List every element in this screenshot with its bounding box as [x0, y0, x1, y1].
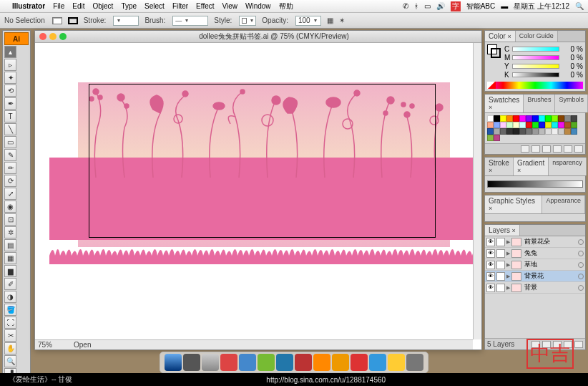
scale-tool[interactable]: ⤢	[4, 188, 16, 200]
swatch[interactable]	[494, 128, 500, 135]
swatch[interactable]	[558, 128, 564, 135]
swatch[interactable]	[571, 122, 577, 128]
swatch[interactable]	[564, 128, 571, 135]
lasso-tool[interactable]: ⟲	[4, 85, 16, 97]
menu-select[interactable]: Select	[144, 2, 165, 10]
hand-tool[interactable]: ✋	[4, 342, 16, 354]
swatch[interactable]	[500, 128, 506, 135]
layer-row[interactable]: 👁▶背景	[485, 282, 585, 294]
canvas[interactable]	[35, 43, 473, 339]
graph-tool[interactable]: ▤	[4, 239, 16, 251]
visibility-icon[interactable]: 👁	[486, 249, 495, 258]
swatch[interactable]	[564, 115, 571, 122]
swatch[interactable]	[539, 128, 545, 135]
lock-icon[interactable]	[496, 284, 505, 292]
swatch[interactable]	[519, 115, 526, 122]
ime-text-icon[interactable]: 字	[451, 1, 461, 11]
zoom-window-button[interactable]	[59, 33, 67, 40]
dock-app-7[interactable]	[351, 354, 368, 371]
dock-illustrator[interactable]	[313, 354, 330, 371]
swatch[interactable]	[526, 122, 532, 128]
dock-photoshop[interactable]	[276, 354, 293, 371]
vertical-scrollbar[interactable]	[473, 43, 481, 339]
visibility-icon[interactable]: 👁	[486, 261, 495, 269]
tab-symbols[interactable]: Symbols	[555, 95, 588, 112]
magic-wand-tool[interactable]: ✦	[4, 72, 16, 84]
doc-setup-icon[interactable]: ▦	[327, 16, 333, 24]
swatch[interactable]	[558, 115, 564, 122]
swatch[interactable]	[494, 135, 500, 141]
swatch[interactable]	[552, 128, 558, 135]
warp-tool[interactable]: ◉	[4, 201, 16, 213]
menu-edit[interactable]: Edit	[72, 2, 84, 10]
new-group-icon[interactable]	[553, 145, 562, 153]
swatch[interactable]	[519, 122, 526, 128]
gradient-tool[interactable]: ▆	[4, 265, 16, 277]
type-tool[interactable]: T	[4, 110, 16, 122]
tab-swatches[interactable]: Swatches ×	[485, 95, 524, 112]
tab-brushes[interactable]: Brushes	[524, 95, 555, 112]
swatch[interactable]	[500, 115, 506, 122]
live-paint-tool[interactable]: 🪣	[4, 304, 16, 316]
layer-name[interactable]: 背景花	[523, 271, 577, 281]
symbol-sprayer-tool[interactable]: ✲	[4, 226, 16, 238]
layer-row[interactable]: 👁▶兔兔	[485, 248, 585, 259]
target-icon[interactable]	[578, 274, 584, 279]
free-transform-tool[interactable]: ⊡	[4, 213, 16, 226]
layer-row[interactable]: 👁▶背景花	[485, 271, 585, 282]
target-icon[interactable]	[578, 262, 584, 268]
swatch-grid[interactable]	[487, 115, 583, 141]
menu-object[interactable]: Object	[92, 2, 113, 10]
delete-layer-icon[interactable]	[574, 341, 583, 348]
swatch[interactable]	[526, 115, 532, 122]
dock-app-3[interactable]	[220, 354, 237, 371]
swatch[interactable]	[487, 115, 494, 122]
swatch[interactable]	[558, 122, 564, 128]
bluetooth-icon[interactable]: ᚼ	[414, 2, 418, 10]
lock-icon[interactable]	[496, 272, 505, 281]
dock-app-9[interactable]	[388, 354, 405, 371]
spotlight-icon[interactable]: 🔍	[575, 2, 584, 10]
menu-file[interactable]: File	[53, 2, 64, 10]
layer-name[interactable]: 兔兔	[523, 249, 577, 258]
rotate-tool[interactable]: ⟳	[4, 175, 16, 187]
swatch[interactable]	[487, 128, 494, 135]
dock-app-5[interactable]	[258, 354, 275, 371]
cmyk-slider-C[interactable]	[512, 47, 559, 52]
brush-dropdown[interactable]: —	[172, 16, 208, 26]
phone-icon[interactable]: ✆	[403, 2, 408, 10]
fill-swatch[interactable]	[52, 17, 62, 24]
layer-name[interactable]: 前景花朵	[523, 237, 577, 246]
minimize-window-button[interactable]	[49, 33, 57, 40]
swatch[interactable]	[539, 122, 545, 128]
cmyk-slider-M[interactable]	[512, 55, 559, 60]
app-name[interactable]: Illustrator	[12, 2, 45, 10]
gradient-slider[interactable]	[487, 180, 583, 188]
selection-tool[interactable]: ▴	[4, 46, 16, 58]
swatch[interactable]	[506, 115, 513, 122]
swatch[interactable]	[545, 128, 552, 135]
swatch-libraries-icon[interactable]	[521, 145, 529, 153]
visibility-icon[interactable]: 👁	[486, 284, 495, 292]
scissors-tool[interactable]: ✂	[4, 329, 16, 342]
swatch[interactable]	[552, 122, 558, 128]
rectangle-tool[interactable]: ▭	[4, 136, 16, 148]
eyedropper-tool[interactable]: ✐	[4, 278, 16, 290]
new-swatch-icon[interactable]	[564, 145, 572, 153]
close-window-button[interactable]	[39, 33, 46, 40]
swatch[interactable]	[545, 122, 552, 128]
delete-swatch-icon[interactable]	[574, 145, 583, 153]
swatch[interactable]	[513, 115, 519, 122]
menu-type[interactable]: Type	[121, 2, 137, 10]
display-icon[interactable]: ▭	[424, 2, 431, 10]
menu-filter[interactable]: Filter	[172, 2, 188, 10]
tab-color-guide[interactable]: Color Guide	[516, 31, 558, 42]
swatch[interactable]	[564, 122, 571, 128]
dock-finder[interactable]	[165, 354, 182, 371]
swatch[interactable]	[552, 115, 558, 122]
swatch[interactable]	[519, 128, 526, 135]
opacity-input[interactable]: 100	[295, 16, 321, 26]
target-icon[interactable]	[578, 251, 584, 256]
menu-effect[interactable]: Effect	[196, 2, 214, 10]
visibility-icon[interactable]: 👁	[486, 272, 495, 281]
